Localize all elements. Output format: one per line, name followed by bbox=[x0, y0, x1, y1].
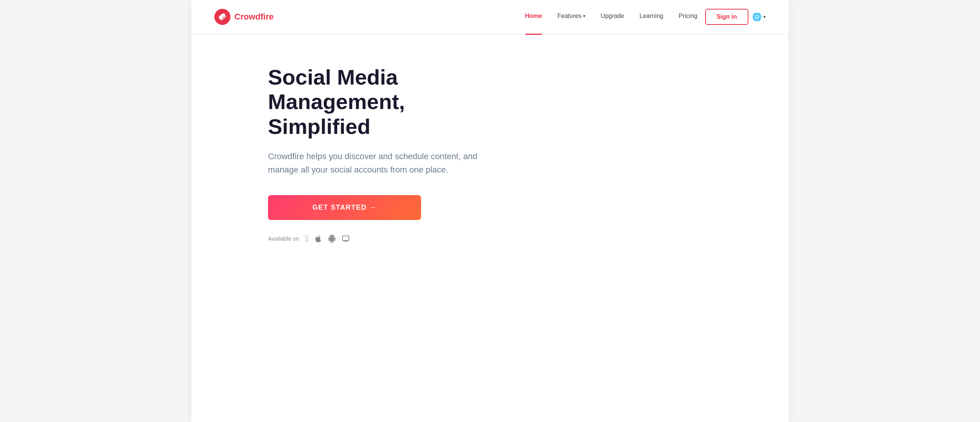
available-on-row: Available on  bbox=[268, 234, 513, 244]
hero-title: Social Media Management, Simplified bbox=[268, 65, 513, 139]
hero-section: Social Media Management, Simplified Crow… bbox=[191, 34, 789, 267]
hero-subtitle: Crowdfire helps you discover and schedul… bbox=[268, 150, 505, 176]
globe-icon: 🌐 bbox=[752, 12, 762, 21]
features-chevron-down-icon: ▾ bbox=[583, 13, 585, 19]
nav-features[interactable]: Features ▾ bbox=[557, 13, 585, 21]
platform-icons:  bbox=[305, 234, 350, 244]
apple-icon:  bbox=[305, 234, 308, 244]
nav-learning[interactable]: Learning bbox=[639, 13, 663, 21]
nav-home[interactable]: Home bbox=[525, 13, 542, 21]
available-label: Available on bbox=[268, 235, 299, 242]
nav-pricing[interactable]: Pricing bbox=[679, 13, 697, 21]
language-chevron-down-icon: ▾ bbox=[763, 14, 766, 20]
android-platform-icon bbox=[328, 235, 336, 243]
apple-platform-icon bbox=[314, 235, 322, 243]
header: Crowdfire Home Features ▾ Upgrade Learni… bbox=[191, 0, 789, 34]
get-started-button[interactable]: GET STARTED → bbox=[268, 195, 421, 220]
main-nav: Home Features ▾ Upgrade Learning Pricing bbox=[525, 13, 697, 21]
logo-icon bbox=[214, 9, 230, 25]
nav-upgrade[interactable]: Upgrade bbox=[601, 13, 624, 21]
web-platform-icon bbox=[341, 235, 350, 243]
logo[interactable]: Crowdfire bbox=[214, 9, 274, 25]
language-selector[interactable]: 🌐 ▾ bbox=[752, 12, 766, 21]
brand-name: Crowdfire bbox=[234, 12, 274, 22]
sign-in-button[interactable]: Sign in bbox=[705, 9, 748, 25]
